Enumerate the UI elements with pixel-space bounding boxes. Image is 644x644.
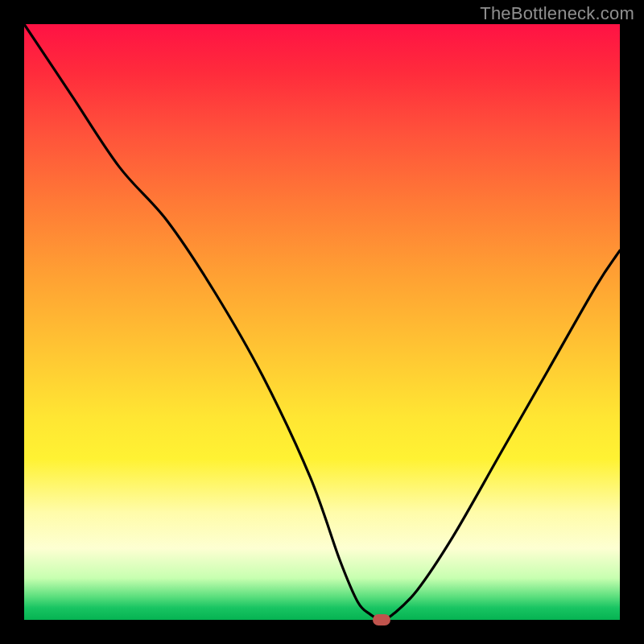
minimum-marker bbox=[373, 614, 390, 625]
chart-frame: TheBottleneck.com bbox=[0, 0, 644, 644]
bottleneck-curve-svg bbox=[24, 24, 620, 620]
watermark-text: TheBottleneck.com bbox=[480, 3, 634, 24]
bottleneck-curve-line bbox=[24, 24, 620, 620]
